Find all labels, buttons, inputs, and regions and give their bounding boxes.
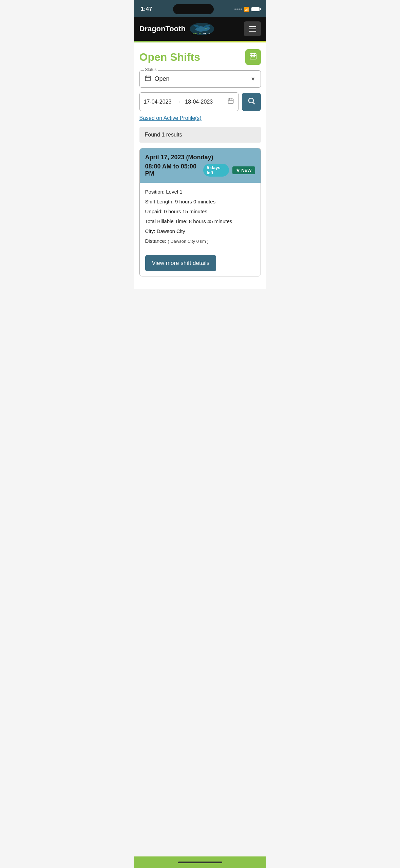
svg-rect-12: [145, 76, 150, 80]
page-header: Open Shifts: [139, 49, 261, 65]
date-range-field[interactable]: 17-04-2023 → 18-04-2023: [139, 92, 239, 111]
status-calendar-icon: [145, 75, 151, 83]
hamburger-line-3: [249, 31, 256, 32]
active-profile-link[interactable]: Based on Active Profile(s): [139, 115, 202, 121]
status-label: Status: [144, 67, 158, 72]
signal-dot-2: [236, 8, 238, 10]
nav-logo: DragonTooth DRAGON TOOTH: [139, 22, 215, 36]
search-button[interactable]: [242, 93, 261, 111]
results-bar: Found 1 results: [139, 127, 261, 143]
shift-position: Position: Level 1: [145, 188, 255, 195]
signal-dot-1: [234, 8, 236, 10]
distance-label: Distance:: [145, 238, 167, 244]
svg-rect-9: [251, 56, 252, 57]
shift-card-body: Position: Level 1 Shift Length: 9 hours …: [140, 183, 261, 250]
results-text: Found 1 results: [145, 132, 182, 138]
battery-icon: [251, 7, 260, 11]
svg-rect-10: [252, 56, 253, 57]
status-pill: [173, 4, 214, 14]
shift-total-billable: Total Billable Time: 8 hours 45 minutes: [145, 218, 255, 225]
svg-line-21: [253, 102, 254, 104]
shift-card-header: April 17, 2023 (Monday) 08:00 AM to 05:0…: [140, 148, 261, 183]
search-icon: [247, 97, 255, 107]
page-title: Open Shifts: [139, 51, 201, 64]
wifi-icon: 📶: [244, 7, 249, 12]
status-icons: 📶: [234, 7, 260, 12]
distance-detail: ( Dawson City 0 km ): [168, 239, 209, 244]
date-range-row: 17-04-2023 → 18-04-2023: [139, 92, 261, 111]
shift-length: Shift Length: 9 hours 0 minutes: [145, 198, 255, 205]
date-calendar-icon: [227, 97, 234, 106]
svg-text:DRAGON: DRAGON: [192, 33, 201, 35]
view-more-section: View more shift details: [140, 250, 261, 276]
calendar-icon-button[interactable]: [245, 49, 261, 65]
date-from: 17-04-2023: [144, 99, 172, 105]
date-to: 18-04-2023: [185, 99, 213, 105]
main-content: Open Shifts Status: [134, 42, 266, 289]
hamburger-line-1: [249, 26, 256, 27]
date-range-arrow-icon: →: [175, 99, 181, 105]
shift-unpaid: Unpaid: 0 hours 15 minutes: [145, 208, 255, 215]
shift-time: 08:00 AM to 05:00 PM: [145, 163, 200, 177]
signal-dot-3: [239, 8, 240, 10]
status-time: 1:47: [141, 6, 152, 13]
results-count: 1: [161, 132, 165, 138]
signal-dots: [234, 8, 242, 10]
shift-distance: Distance: ( Dawson City 0 km ): [145, 237, 255, 245]
calendar-icon: [249, 52, 257, 62]
svg-rect-16: [228, 99, 233, 103]
svg-text:TOOTH: TOOTH: [203, 33, 210, 35]
brand-name: DragonTooth: [139, 24, 186, 33]
svg-rect-11: [254, 56, 255, 57]
new-badge-text: NEW: [241, 168, 251, 173]
shift-city: City: Dawson City: [145, 228, 255, 235]
signal-dot-4: [241, 8, 242, 10]
menu-button[interactable]: [244, 21, 261, 36]
dragon-logo: DRAGON TOOTH: [188, 22, 215, 36]
status-dropdown[interactable]: Status Open ▼: [139, 70, 261, 88]
view-more-shift-details-button[interactable]: View more shift details: [145, 255, 216, 271]
star-icon: ★: [236, 168, 240, 173]
results-suffix: results: [165, 132, 182, 138]
status-value: Open: [155, 75, 247, 83]
new-badge: ★ NEW: [232, 166, 255, 174]
status-bar: 1:47 📶: [134, 0, 266, 17]
nav-bar: DragonTooth DRAGON TOOTH: [134, 17, 266, 41]
results-prefix: Found: [145, 132, 162, 138]
hamburger-line-2: [249, 29, 256, 29]
days-left-badge: 5 days left: [203, 164, 229, 177]
shift-card: April 17, 2023 (Monday) 08:00 AM to 05:0…: [139, 148, 261, 276]
shift-date: April 17, 2023 (Monday): [145, 154, 255, 161]
shift-time-row: 08:00 AM to 05:00 PM 5 days left ★ NEW: [145, 163, 255, 177]
dropdown-arrow-icon: ▼: [250, 76, 256, 82]
